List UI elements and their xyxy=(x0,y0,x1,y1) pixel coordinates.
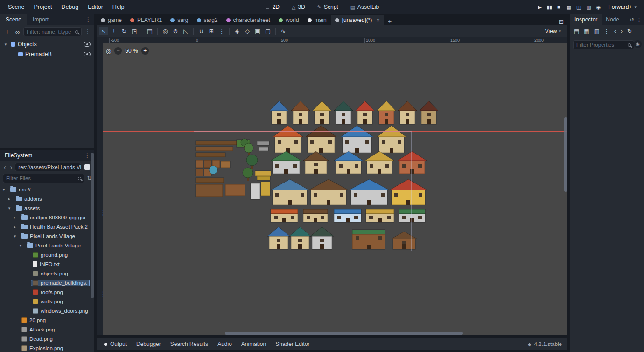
remote-debug-icon[interactable]: ◫ xyxy=(574,3,583,11)
snap-options-menu[interactable]: ⋮ xyxy=(217,27,226,35)
expander-icon[interactable]: ▸ xyxy=(7,197,12,201)
file-row[interactable]: objects.png xyxy=(0,269,94,278)
center-view-icon[interactable]: ◎ xyxy=(106,48,111,55)
lock-button[interactable]: ◈ xyxy=(232,27,242,35)
resource-menu-icon[interactable]: ⋮ xyxy=(602,27,611,35)
scene-tab[interactable]: charactersheet xyxy=(222,15,274,25)
scene-filter-input[interactable]: Filter: name, t:type xyxy=(23,27,82,36)
file-row[interactable]: ▾Pixel Lands Village xyxy=(0,232,94,241)
bottom-panel-tab-output[interactable]: Output xyxy=(99,339,132,349)
view-menu-button[interactable]: View▾ xyxy=(541,27,565,35)
grid-snap-toggle[interactable]: ⊞ xyxy=(207,27,216,35)
expander-icon[interactable]: ▾ xyxy=(1,187,7,192)
current-path[interactable]: res://assets/Pixel Lands Vil xyxy=(15,163,81,171)
expander-icon[interactable]: ▸ xyxy=(12,215,18,220)
history-forward-icon[interactable]: › xyxy=(619,27,624,35)
move-tool[interactable]: ＋ xyxy=(109,26,119,36)
menu-project[interactable]: Project xyxy=(29,2,56,12)
renderer-selector[interactable]: Forward+ ▾ xyxy=(604,3,640,11)
expander-icon[interactable]: ▸ xyxy=(12,225,18,229)
scene-node-row[interactable]: ▾Objects xyxy=(0,39,94,49)
horizontal-scrollbar[interactable] xyxy=(225,332,463,335)
file-row[interactable]: ▸addons xyxy=(0,194,94,204)
movie-mode-icon[interactable]: ▦ xyxy=(564,3,573,11)
pan-tool[interactable]: ⊚ xyxy=(171,27,180,35)
bottom-panel-tab-audio[interactable]: Audio xyxy=(213,339,237,349)
scale-tool[interactable]: ◳ xyxy=(130,27,139,35)
file-row[interactable]: ground.png xyxy=(0,250,94,260)
list-select-tool[interactable]: ▤ xyxy=(145,27,154,35)
workspace-assetlib-button[interactable]: ▤AssetLib xyxy=(346,2,384,12)
pause-button[interactable]: ▮▮ xyxy=(545,3,554,11)
scene-tree-menu-icon[interactable]: ⋮ xyxy=(84,28,91,35)
expander-icon[interactable]: ▾ xyxy=(18,243,23,248)
add-node-button[interactable]: ＋ xyxy=(3,27,12,36)
pivot-tool[interactable]: ◎ xyxy=(161,27,170,35)
load-resource-icon[interactable]: ▦ xyxy=(582,27,591,35)
select-tool[interactable]: ↖ xyxy=(99,27,108,35)
scene-tab[interactable]: world xyxy=(274,15,303,25)
file-row[interactable]: windows_doors.png xyxy=(0,306,94,316)
bottom-panel-tab-search-results[interactable]: Search Results xyxy=(166,339,213,349)
ungroup-button[interactable]: ▢ xyxy=(263,27,273,35)
file-row[interactable]: ▸Health Bar Asset Pack 2 ... xyxy=(0,222,94,232)
menu-help[interactable]: Help xyxy=(108,2,129,12)
update-alert-icon[interactable]: ◆ xyxy=(528,342,532,347)
zoom-out-button[interactable]: − xyxy=(114,47,122,55)
file-row[interactable]: ▸craftpix-608609-rpg-gui xyxy=(0,213,94,222)
bottom-panel-tab-animation[interactable]: Animation xyxy=(237,339,271,349)
file-row[interactable]: ▾Pixel Lands Village xyxy=(0,241,94,250)
new-resource-icon[interactable]: ▤ xyxy=(572,27,581,35)
visibility-eye-icon[interactable] xyxy=(84,42,91,47)
file-row[interactable]: Explosion.png xyxy=(0,344,94,352)
scene-node-row[interactable]: PremadeBuildings xyxy=(0,49,94,59)
dock-tab-import[interactable]: Import xyxy=(27,14,54,25)
scene-tab[interactable]: sarg xyxy=(166,15,192,25)
file-row[interactable]: premade_buildings.... xyxy=(0,278,94,288)
file-row[interactable]: Attack.png xyxy=(0,325,94,334)
scene-tab[interactable]: [unsaved](*)× xyxy=(331,15,384,25)
unlock-button[interactable]: ◇ xyxy=(243,27,252,35)
save-resource-icon[interactable]: ▥ xyxy=(592,27,601,35)
menu-scene[interactable]: Scene xyxy=(4,2,28,12)
split-mode-icon[interactable] xyxy=(84,164,90,170)
file-row[interactable]: 20.png xyxy=(0,316,94,325)
history-icon[interactable]: ↺ xyxy=(629,16,635,23)
tab-node[interactable]: Node xyxy=(602,14,623,25)
scene-tab[interactable]: game xyxy=(97,15,126,25)
scene-tab[interactable]: PLAYER1 xyxy=(126,15,166,25)
file-row[interactable]: walls.png xyxy=(0,297,94,306)
expander-icon[interactable]: ▾ xyxy=(3,42,8,47)
scene-dock-menu-icon[interactable]: ⋮ xyxy=(82,16,94,23)
history-forward-icon[interactable]: › xyxy=(9,163,14,171)
property-filter-input[interactable]: Filter Properties xyxy=(573,40,634,49)
inspector-menu-icon[interactable]: ⋮ xyxy=(636,16,643,23)
file-row[interactable]: ▾assets xyxy=(0,204,94,213)
object-history-icon[interactable]: ↻ xyxy=(625,27,634,35)
menu-debug[interactable]: Debug xyxy=(57,2,83,12)
history-back-icon[interactable]: ‹ xyxy=(2,163,7,171)
file-row[interactable]: Dead.png xyxy=(0,334,94,344)
group-button[interactable]: ▣ xyxy=(253,27,262,35)
object-docs-icon[interactable]: ◉ xyxy=(634,40,642,48)
vertical-scrollbar[interactable] xyxy=(564,117,567,192)
menu-editor[interactable]: Editor xyxy=(84,2,107,12)
workspace-3d-button[interactable]: △3D xyxy=(287,2,310,12)
bottom-panel-tab-shader-editor[interactable]: Shader Editor xyxy=(271,339,314,349)
dock-tab-scene[interactable]: Scene xyxy=(0,14,27,25)
add-scene-tab-button[interactable]: + xyxy=(384,18,395,25)
expander-icon[interactable]: ▾ xyxy=(7,206,12,211)
renderer-settings-icon[interactable]: ◉ xyxy=(594,3,603,11)
zoom-in-button[interactable]: + xyxy=(141,47,149,55)
file-row[interactable]: INFO.txt xyxy=(0,260,94,269)
workspace-script-button[interactable]: ✎Script xyxy=(313,2,343,12)
zoom-level[interactable]: 50 % xyxy=(125,48,138,54)
scene-tab[interactable]: main xyxy=(303,15,331,25)
file-filter-input[interactable]: Filter Files xyxy=(3,174,84,183)
smart-snap-toggle[interactable]: ∪ xyxy=(196,27,206,35)
visibility-eye-icon[interactable] xyxy=(84,52,91,56)
workspace-2d-button[interactable]: ∟2D xyxy=(260,2,284,12)
tab-inspector[interactable]: Inspector xyxy=(570,14,602,25)
close-tab-icon[interactable]: × xyxy=(376,17,380,24)
bottom-panel-tab-debugger[interactable]: Debugger xyxy=(132,339,166,349)
